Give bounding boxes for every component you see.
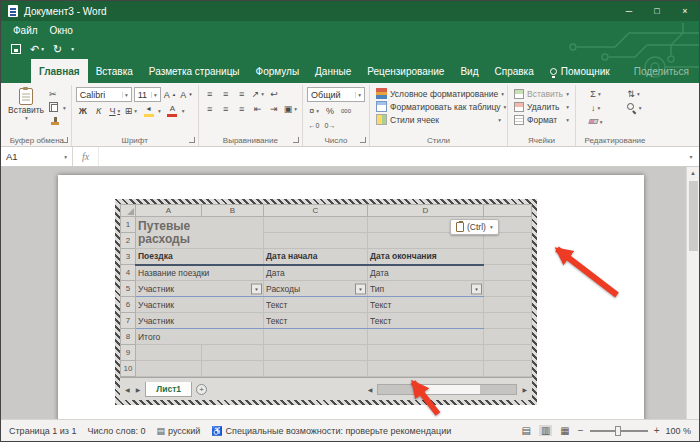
format-as-table-button[interactable]: Форматировать как таблицу ▾ bbox=[374, 100, 503, 113]
borders-button[interactable]: ⊞▾ bbox=[124, 104, 138, 117]
col-header-a[interactable]: A bbox=[136, 205, 202, 217]
menu-window[interactable]: Окно bbox=[44, 25, 79, 36]
col-header-rest[interactable] bbox=[484, 205, 532, 217]
cell-dropdown-button[interactable]: ▼ bbox=[355, 283, 366, 294]
cell[interactable] bbox=[484, 249, 532, 265]
find-select-button[interactable]: ▾ bbox=[617, 101, 650, 114]
fill-button[interactable]: ↓▾ bbox=[580, 101, 611, 114]
col-header-b[interactable]: B bbox=[202, 205, 264, 217]
decrease-decimal-button[interactable]: 0→ bbox=[323, 119, 337, 132]
tab-help[interactable]: Справка bbox=[487, 59, 542, 83]
col-header-c[interactable]: C bbox=[264, 205, 368, 217]
tab-data[interactable]: Данные bbox=[307, 59, 359, 83]
row-header[interactable]: 4 bbox=[121, 265, 136, 281]
align-top-button[interactable]: ≡ bbox=[203, 87, 217, 100]
cut-button[interactable]: ✂ bbox=[48, 87, 67, 100]
align-bottom-button[interactable]: ≡ bbox=[235, 87, 249, 100]
fill-color-button[interactable]: ◂▾ bbox=[140, 104, 162, 117]
add-sheet-button[interactable]: + bbox=[196, 384, 207, 395]
sheet-nav-right-icon[interactable]: ▶ bbox=[135, 386, 142, 393]
cell[interactable] bbox=[136, 361, 202, 377]
row-header[interactable]: 1 bbox=[121, 217, 136, 233]
save-button[interactable] bbox=[11, 44, 21, 54]
cell-header-end-date[interactable]: Дата окончания bbox=[368, 249, 484, 265]
cell-participant[interactable]: Участник bbox=[136, 313, 264, 329]
increase-decimal-button[interactable]: ←0 bbox=[307, 119, 321, 132]
cell[interactable] bbox=[368, 361, 484, 377]
cell[interactable] bbox=[484, 329, 532, 345]
alignment-dialog-launcher-icon[interactable] bbox=[293, 137, 299, 143]
wrap-text-button[interactable]: ↩ bbox=[267, 87, 281, 100]
cell[interactable] bbox=[264, 329, 368, 345]
tab-assistant[interactable]: Помощник bbox=[542, 59, 618, 83]
row-header[interactable]: 5 bbox=[121, 281, 136, 297]
language-indicator[interactable]: ▤ русский bbox=[157, 426, 201, 436]
hscroll-right-arrow-icon[interactable]: ▶ bbox=[521, 386, 528, 393]
number-format-select[interactable]: Общий▾ bbox=[307, 87, 365, 102]
italic-button[interactable]: К bbox=[92, 104, 106, 117]
font-dialog-launcher-icon[interactable] bbox=[189, 137, 195, 143]
orientation-button[interactable]: ↗▾ bbox=[251, 87, 265, 100]
underline-button[interactable]: Ч▾ bbox=[108, 104, 122, 117]
vertical-scrollbar[interactable]: ▲ bbox=[686, 167, 699, 419]
increase-indent-button[interactable]: ⇥ bbox=[267, 102, 281, 115]
sheet-nav-left-icon[interactable]: ◀ bbox=[124, 386, 131, 393]
cell[interactable] bbox=[368, 345, 484, 361]
hscroll-track[interactable] bbox=[377, 384, 517, 395]
cell-date-placeholder[interactable]: Дата bbox=[264, 265, 368, 281]
delete-cells-button[interactable]: Удалить ▾ bbox=[512, 100, 571, 113]
cell-text-placeholder[interactable]: Текст bbox=[368, 297, 484, 313]
cell-text-placeholder[interactable]: Текст bbox=[368, 313, 484, 329]
decrease-indent-button[interactable]: ⇤ bbox=[251, 102, 265, 115]
insert-function-button[interactable]: fx bbox=[73, 147, 99, 166]
paste-button[interactable]: Вставить ▾ bbox=[7, 87, 45, 128]
grow-font-button[interactable]: А▲ bbox=[163, 88, 177, 101]
cell-participant[interactable]: Участник bbox=[136, 297, 264, 313]
align-center-button[interactable]: ≡ bbox=[219, 102, 233, 115]
row-header[interactable]: 10 bbox=[121, 361, 136, 377]
sort-filter-button[interactable]: ⇅▾ bbox=[617, 87, 650, 100]
cell-dropdown-button[interactable]: ▼ bbox=[471, 283, 482, 294]
tab-review[interactable]: Рецензирование bbox=[359, 59, 452, 83]
web-layout-button[interactable]: ▦ bbox=[558, 425, 571, 436]
bold-button[interactable]: Ж bbox=[76, 104, 90, 117]
menu-file[interactable]: Файл bbox=[7, 25, 44, 36]
cell-date-placeholder[interactable]: Дата bbox=[368, 265, 484, 281]
cell[interactable] bbox=[484, 313, 532, 329]
cell-styles-button[interactable]: Стили ячеек ▾ bbox=[374, 113, 503, 126]
row-header[interactable]: 7 bbox=[121, 313, 136, 329]
cell-text-placeholder[interactable]: Текст bbox=[264, 313, 368, 329]
tab-page-layout[interactable]: Разметка страницы bbox=[141, 59, 248, 83]
cell-header-trip[interactable]: Поездка bbox=[136, 249, 264, 265]
font-size-select[interactable]: 11▾ bbox=[134, 87, 161, 102]
align-left-button[interactable]: ≡ bbox=[203, 102, 217, 115]
format-cells-button[interactable]: Формат ▾ bbox=[512, 113, 571, 126]
formula-input[interactable] bbox=[99, 147, 683, 166]
document-page[interactable]: A B C D 1 Путевые расходы bbox=[58, 175, 644, 419]
row-header[interactable]: 2 bbox=[121, 233, 136, 249]
font-name-select[interactable]: Calibri▾ bbox=[76, 87, 132, 102]
cell[interactable] bbox=[264, 345, 368, 361]
row-header[interactable]: 6 bbox=[121, 297, 136, 313]
zoom-out-button[interactable]: − bbox=[578, 425, 584, 436]
col-header-d[interactable]: D bbox=[368, 205, 484, 217]
zoom-level[interactable]: 100 % bbox=[665, 426, 691, 436]
tab-formulas[interactable]: Формулы bbox=[248, 59, 308, 83]
paste-options-button[interactable]: (Ctrl) ▾ bbox=[450, 219, 499, 235]
shrink-font-button[interactable]: А▼ bbox=[179, 88, 193, 101]
page-indicator[interactable]: Страница 1 из 1 bbox=[9, 426, 76, 436]
tab-insert[interactable]: Вставка bbox=[88, 59, 141, 83]
cell[interactable] bbox=[368, 329, 484, 345]
expand-formula-bar-icon[interactable]: ▾ bbox=[683, 147, 699, 166]
vscroll-thumb[interactable] bbox=[689, 181, 698, 251]
maximize-button[interactable]: □ bbox=[643, 1, 671, 21]
format-painter-button[interactable] bbox=[48, 115, 67, 128]
cell-expenses[interactable]: Расходы▼ bbox=[264, 281, 368, 297]
align-right-button[interactable]: ≡ bbox=[235, 102, 249, 115]
name-box[interactable]: A1▾ bbox=[1, 147, 73, 166]
cell[interactable] bbox=[264, 217, 368, 233]
cell[interactable] bbox=[484, 297, 532, 313]
comma-format-button[interactable]: 000 bbox=[339, 104, 353, 117]
cell-header-start-date[interactable]: Дата начала bbox=[264, 249, 368, 265]
cell[interactable] bbox=[264, 361, 368, 377]
